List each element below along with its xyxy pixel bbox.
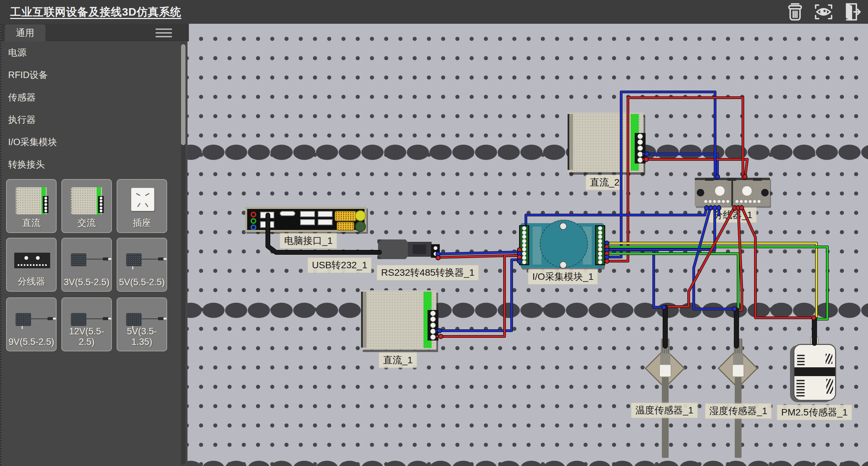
device-sidebar: 通用 电源 RFID设备 传感器 执行器 I/O采集模块 转换接头 直流 交流: [0, 24, 188, 466]
device-dc-1[interactable]: [361, 290, 436, 350]
palette-label: 3V(5.5-2.5): [62, 277, 111, 288]
sidebar-scrollbar[interactable]: [181, 43, 185, 465]
pegboard-band: [188, 461, 868, 466]
menu-item-actuator[interactable]: 执行器: [1, 109, 178, 131]
view-eye-icon[interactable]: [813, 2, 834, 22]
menu-item-rfid[interactable]: RFID设备: [1, 64, 178, 86]
device-label: 分线器_1: [709, 208, 756, 222]
device-io-module[interactable]: [520, 223, 604, 268]
palette-item-splitter[interactable]: 分线器: [6, 238, 57, 292]
palette-item-9v[interactable]: 9V(5.5-2.5): [6, 297, 57, 351]
ac-thumb: [71, 187, 102, 214]
adapter-thumb: [124, 252, 161, 269]
device-rs232-485-converter[interactable]: [378, 239, 442, 261]
device-label: 温度传感器_1: [631, 403, 697, 418]
socket-thumb: [131, 188, 154, 211]
palette-item-5v[interactable]: 5V(5.5-2.5): [117, 238, 167, 292]
palette-item-3v[interactable]: 3V(5.5-2.5): [61, 238, 112, 292]
splitter-thumb: [14, 253, 50, 268]
sidebar-scrollbar-thumb[interactable]: [181, 44, 185, 145]
category-menu: 电源 RFID设备 传感器 执行器 I/O采集模块 转换接头: [1, 41, 178, 176]
device-pm25-sensor[interactable]: [793, 334, 837, 402]
palette-label: 5V(5.5-2.5): [117, 277, 166, 288]
pegboard-band: [188, 303, 868, 318]
trash-icon[interactable]: [785, 2, 806, 22]
palette-label: 9V(5.5-2.5): [7, 337, 56, 347]
palette-item-12v[interactable]: 12V(5.5-2.5): [61, 297, 112, 351]
device-splitter[interactable]: [695, 178, 770, 206]
palette-label: 分线器: [7, 275, 56, 288]
exit-icon[interactable]: [842, 2, 863, 22]
palette-label: 5V(3.5-1.35): [117, 326, 166, 347]
device-label: 直流_2: [586, 175, 624, 190]
app-window: 工业互联网设备及接线3D仿真系统: [0, 0, 868, 466]
device-pc-interface[interactable]: [245, 207, 367, 232]
palette-item-ac[interactable]: 交流: [61, 179, 112, 233]
header-actions: [785, 2, 863, 22]
menu-hamburger-icon[interactable]: [156, 28, 172, 37]
device-label: USB转232_1: [308, 258, 371, 273]
dc-thumb: [16, 187, 47, 214]
palette-item-5v-slim[interactable]: 5V(3.5-1.35): [117, 297, 167, 351]
sidebar-tabrow: 通用: [1, 24, 189, 41]
palette-label: 12V(5.5-2.5): [62, 326, 111, 347]
adapter-thumb: [69, 252, 106, 269]
device-label: PM2.5传感器_1: [777, 405, 852, 420]
device-label: 直流_1: [379, 353, 417, 368]
menu-item-sensor[interactable]: 传感器: [1, 86, 178, 109]
app-title: 工业互联网设备及接线3D仿真系统: [10, 5, 181, 20]
device-label: 电脑接口_1: [280, 233, 337, 248]
menu-item-power[interactable]: 电源: [1, 41, 178, 64]
pegboard-band: [188, 144, 868, 160]
device-humidity-sensor[interactable]: [718, 329, 766, 458]
menu-item-converter[interactable]: 转换接头: [1, 153, 178, 176]
device-label: I/O采集模块_1: [528, 269, 597, 284]
simulation-canvas[interactable]: 直流_2 电脑接口_1 USB转232_1 RS232转485转换器_1 I/O…: [188, 24, 868, 466]
tab-general[interactable]: 通用: [5, 24, 45, 41]
palette-item-dc[interactable]: 直流: [6, 179, 57, 233]
device-dc-2[interactable]: [568, 113, 644, 172]
palette-item-socket[interactable]: 插座: [117, 179, 167, 233]
header-bar: 工业互联网设备及接线3D仿真系统: [0, 0, 868, 24]
palette-label: 交流: [62, 217, 111, 229]
palette-label: 直流: [7, 217, 56, 229]
palette-label: 插座: [117, 217, 166, 229]
device-temp-sensor[interactable]: [645, 329, 693, 458]
device-label: 湿度传感器_1: [705, 404, 771, 419]
device-label: RS232转485转换器_1: [377, 265, 478, 280]
menu-item-io-module[interactable]: I/O采集模块: [1, 131, 178, 153]
adapter-thumb: [14, 312, 51, 329]
